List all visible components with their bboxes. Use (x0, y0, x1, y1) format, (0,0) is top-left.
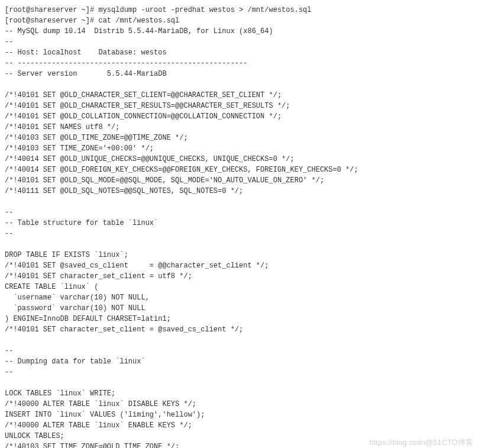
terminal-line: -- (5, 228, 477, 239)
terminal-line (5, 239, 477, 250)
terminal-line: -- (5, 37, 477, 47)
terminal-line (5, 378, 477, 388)
terminal-line: /*!40101 SET @saved_cs_client = @@charac… (5, 260, 477, 271)
terminal-line: [root@shareserver ~]# cat /mnt/westos.sq… (5, 15, 477, 26)
terminal-line: -- Host: localhost Database: westos (5, 47, 477, 58)
terminal-line: -- Server version 5.5.44-MariaDB (5, 69, 477, 79)
terminal-line: /*!40101 SET character_set_client = utf8… (5, 271, 477, 282)
terminal-line: /*!40000 ALTER TABLE `linux` ENABLE KEYS… (5, 420, 477, 431)
terminal-line: /*!40103 SET TIME_ZONE=@OLD_TIME_ZONE */… (5, 441, 477, 448)
terminal-line: LOCK TABLES `linux` WRITE; (5, 388, 477, 399)
terminal-line: INSERT INTO `linux` VALUES ('liming','he… (5, 410, 477, 420)
terminal-line: -- (5, 367, 477, 378)
terminal-line: /*!40101 SET @OLD_CHARACTER_SET_CLIENT=@… (5, 90, 477, 101)
terminal-line: `username` varchar(10) NOT NULL, (5, 292, 477, 303)
terminal-line: /*!40101 SET @OLD_SQL_MODE=@@SQL_MODE, S… (5, 175, 477, 186)
terminal-line: /*!40101 SET @OLD_COLLATION_CONNECTION=@… (5, 111, 477, 122)
terminal-line: /*!40014 SET @OLD_UNIQUE_CHECKS=@@UNIQUE… (5, 154, 477, 165)
terminal-line: -- (5, 207, 477, 218)
terminal-line: CREATE TABLE `linux` ( (5, 282, 477, 292)
terminal-line: -- Table structure for table `linux` (5, 218, 477, 228)
terminal-line (5, 196, 477, 207)
terminal-line: /*!40101 SET @OLD_CHARACTER_SET_RESULTS=… (5, 101, 477, 111)
terminal-line: /*!40101 SET character_set_client = @sav… (5, 324, 477, 335)
terminal-line: /*!40014 SET @OLD_FOREIGN_KEY_CHECKS=@@F… (5, 165, 477, 175)
terminal-line: /*!40111 SET @OLD_SQL_NOTES=@@SQL_NOTES,… (5, 186, 477, 196)
terminal-line (5, 79, 477, 90)
terminal-line: /*!40103 SET @OLD_TIME_ZONE=@@TIME_ZONE … (5, 133, 477, 143)
terminal-line: [root@shareserver ~]# mysqldump -uroot -… (5, 5, 477, 15)
terminal-line (5, 335, 477, 346)
terminal-line: -- -------------------------------------… (5, 58, 477, 69)
terminal-line: -- MySQL dump 10.14 Distrib 5.5.44-Maria… (5, 26, 477, 37)
terminal-line: ) ENGINE=InnoDB DEFAULT CHARSET=latin1; (5, 314, 477, 324)
terminal-line: /*!40103 SET TIME_ZONE='+00:00' */; (5, 143, 477, 154)
terminal-output: [root@shareserver ~]# mysqldump -uroot -… (5, 5, 477, 448)
terminal-line: UNLOCK TABLES; (5, 431, 477, 441)
terminal-line: /*!40101 SET NAMES utf8 */; (5, 122, 477, 133)
terminal-line: -- (5, 346, 477, 356)
terminal-line: /*!40000 ALTER TABLE `linux` DISABLE KEY… (5, 399, 477, 410)
terminal-line: DROP TABLE IF EXISTS `linux`; (5, 250, 477, 260)
terminal-line: `password` varchar(10) NOT NULL (5, 303, 477, 314)
terminal-line: -- Dumping data for table `linux` (5, 356, 477, 367)
